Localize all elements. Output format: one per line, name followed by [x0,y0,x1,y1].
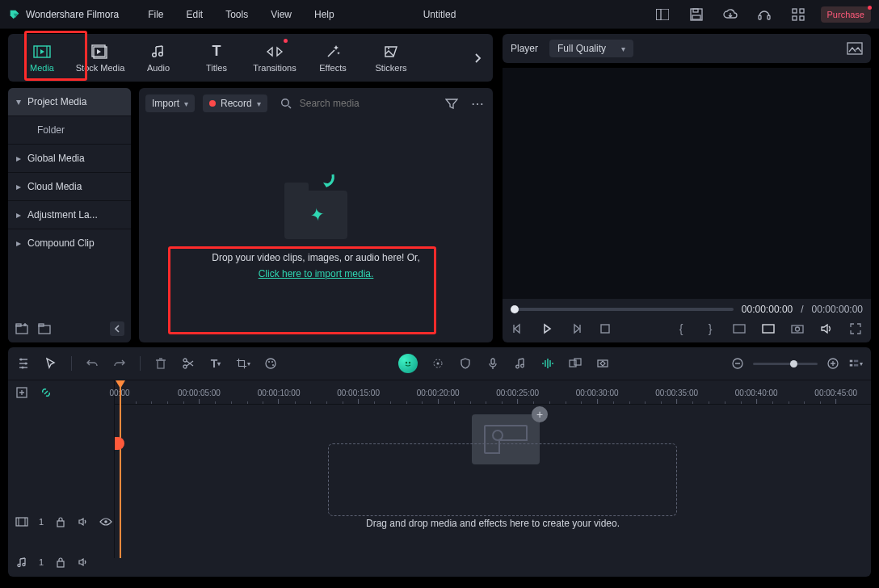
trash-icon[interactable] [154,356,168,371]
sidebar-item-global-media[interactable]: ▸Global Media [8,144,131,172]
filter-icon[interactable] [443,94,461,112]
svg-rect-36 [158,360,164,368]
new-bin-icon[interactable] [15,321,29,336]
lock-track-icon[interactable] [53,514,68,529]
zoom-level-icon[interactable]: ▾ [848,356,863,371]
track-volume-icon[interactable] [76,555,90,569]
zoom-out-icon[interactable] [730,356,745,371]
music-icon [151,44,166,60]
prev-frame-icon[interactable] [511,321,525,336]
mark-out-icon[interactable]: } [703,321,717,336]
tab-effects-label: Effects [319,63,346,73]
search-input[interactable] [298,97,435,110]
filmora-glyph-icon: ✦ [309,204,326,228]
fullscreen-icon[interactable] [848,321,863,336]
import-media-link[interactable]: Click here to import media. [259,268,374,279]
track-visible-icon[interactable] [99,514,113,529]
more-options-icon[interactable]: ⋯ [469,94,486,112]
menu-view[interactable]: View [271,9,292,20]
color-icon[interactable] [263,356,278,371]
redo-icon[interactable] [112,356,127,371]
lock-track-icon[interactable] [53,555,68,569]
menu-edit[interactable]: Edit [187,9,204,20]
track-volume-icon[interactable] [76,514,90,529]
mark-in-icon[interactable]: { [674,321,688,336]
svg-point-44 [409,362,410,363]
sidebar-item-cloud-media[interactable]: ▸Cloud Media [8,172,131,200]
sidebar-item-compound-clip[interactable]: ▸Compound Clip [8,229,131,257]
link-icon[interactable] [39,385,53,400]
svg-rect-59 [854,364,858,367]
music-notes-icon[interactable] [513,356,528,371]
apps-icon[interactable] [787,5,810,24]
player-quality-select[interactable]: Full Quality▾ [549,40,633,57]
seek-handle[interactable] [511,305,519,313]
mic-icon[interactable] [486,356,500,371]
save-icon[interactable] [685,5,708,24]
gear-dotted-icon[interactable] [431,356,445,371]
new-folder-icon[interactable] [37,321,52,336]
svg-rect-61 [16,518,27,526]
add-track-icon[interactable] [15,385,29,400]
menu-file[interactable]: File [148,9,163,20]
timeline-dropzone[interactable] [328,443,677,516]
sidebar-item-folder[interactable]: Folder [8,116,131,144]
group-icon[interactable] [568,356,582,371]
cloud-icon[interactable] [719,5,742,24]
timeline-ruler-area[interactable]: 00:0000:00:05:0000:00:10:0000:00:15:0000… [115,380,871,558]
display-icon[interactable] [761,321,776,336]
record-dropdown[interactable]: Record▾ [203,94,267,112]
tab-titles[interactable]: T Titles [189,37,244,79]
snapshot-icon[interactable] [847,42,863,55]
audio-track-header[interactable]: 1 [8,550,871,574]
sidebar-item-adjustment-layer[interactable]: ▸Adjustment La... [8,200,131,229]
stop-icon[interactable] [598,321,612,336]
tab-effects[interactable]: Effects [305,37,360,79]
headset-icon[interactable] [753,5,776,24]
player-label: Player [511,43,538,54]
svg-rect-24 [847,43,862,54]
svg-point-40 [268,361,270,363]
tab-stickers[interactable]: Stickers [364,37,418,79]
svg-rect-56 [850,360,853,363]
menu-tools[interactable]: Tools [225,9,248,20]
chevron-down-icon: ▾ [621,44,625,53]
purchase-button[interactable]: Purchase [821,6,871,23]
tab-audio[interactable]: Audio [131,37,186,79]
next-frame-icon[interactable] [569,321,583,336]
svg-rect-27 [601,325,609,333]
keyframe-icon[interactable] [595,356,610,371]
zoom-in-icon[interactable] [826,356,840,371]
scissors-icon[interactable] [181,356,196,371]
tab-stock-media[interactable]: Stock Media [73,37,128,79]
shield-icon[interactable] [458,356,473,371]
tabs-scroll-right[interactable] [469,49,486,67]
svg-rect-28 [734,325,745,333]
sidebar-item-project-media[interactable]: ▾Project Media [8,88,131,116]
cursor-icon[interactable] [44,356,58,371]
import-dropdown[interactable]: Import▾ [145,94,195,112]
svg-point-38 [183,365,187,368]
clip-view-icon[interactable] [732,321,747,336]
tab-transitions[interactable]: Transitions [247,37,302,79]
ai-assistant-icon[interactable] [398,354,418,373]
svg-rect-9 [793,16,797,20]
layout-preset-icon[interactable] [651,5,674,24]
tab-audio-label: Audio [147,63,170,73]
video-track-header[interactable]: 1 [8,510,871,534]
text-tool-icon[interactable]: T▾ [208,356,223,371]
collapse-panel-icon[interactable] [110,321,124,336]
camera-icon[interactable] [790,321,805,336]
crop-icon[interactable]: ▾ [236,356,250,371]
zoom-slider[interactable] [753,363,818,365]
beat-icon[interactable] [540,356,555,371]
tab-media[interactable]: Media [15,37,69,79]
volume-icon[interactable] [819,321,834,336]
play-icon[interactable] [540,321,554,336]
menu-help[interactable]: Help [314,9,334,20]
chevron-down-icon: ▾ [184,99,188,108]
svg-point-42 [272,364,274,366]
sliders-icon[interactable] [16,356,31,371]
seek-bar[interactable] [511,308,734,311]
undo-icon[interactable] [85,356,99,371]
